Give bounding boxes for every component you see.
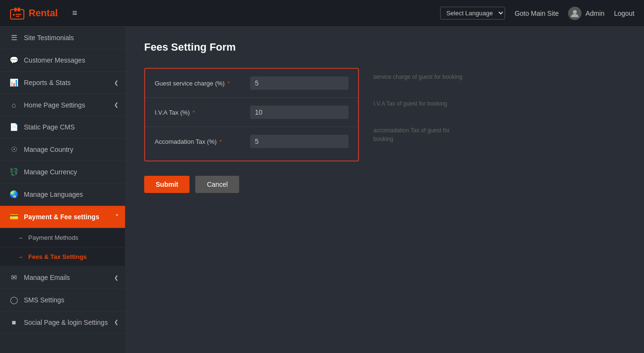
- svg-rect-1: [14, 8, 17, 11]
- page-title: Fees Setting Form: [144, 41, 625, 53]
- sidebar-item-social-page-login[interactable]: ■ Social Page & login Settings ❮: [0, 311, 125, 333]
- sidebar-item-manage-country[interactable]: ☉ Manage Country: [0, 139, 125, 161]
- emails-icon: ✉: [10, 273, 18, 282]
- social-icon: ■: [10, 318, 18, 326]
- hint-iva-tax: I.V.A Tax of guest for booking: [373, 99, 625, 108]
- label-accommodation-tax: Accomadation Tax (%) *: [155, 138, 250, 145]
- required-star-2: *: [192, 109, 195, 116]
- svg-point-6: [573, 10, 577, 14]
- fees-form-box: Guest service charge (%) * I.V.A Tax (%)…: [144, 68, 359, 161]
- submit-button[interactable]: Submit: [144, 176, 190, 193]
- sidebar-label-home-page-settings: Home Page Settings: [24, 101, 85, 109]
- sidebar-sub-label-payment-methods: Payment Methods: [28, 234, 78, 241]
- sidebar-item-manage-emails[interactable]: ✉ Manage Emails ❮: [0, 267, 125, 289]
- country-icon: ☉: [10, 145, 18, 154]
- admin-name: Admin: [585, 10, 604, 17]
- label-iva-tax: I.V.A Tax (%) *: [155, 109, 250, 116]
- languages-icon: 🌏: [10, 190, 18, 199]
- payment-submenu: – Payment Methods – Fees & Tax Settings: [0, 228, 125, 267]
- header: Rental ≡ Select Language English Spanish…: [0, 0, 644, 27]
- sidebar-item-manage-languages[interactable]: 🌏 Manage Languages: [0, 183, 125, 206]
- sidebar-item-sms-settings[interactable]: ◯ SMS Settings: [0, 289, 125, 311]
- sidebar-label-manage-country: Manage Country: [24, 146, 74, 153]
- sidebar-sub-label-fees-tax-settings: Fees & Tax Settings: [28, 253, 87, 260]
- sidebar-label-site-testimonials: Site Testimonials: [24, 34, 74, 42]
- home-arrow-icon: ❮: [114, 102, 118, 108]
- form-row-iva-tax: I.V.A Tax (%) *: [145, 98, 358, 127]
- currency-icon: 💱: [10, 168, 18, 176]
- payment-icon: 💳: [10, 213, 18, 221]
- layout: ☰ Site Testimonials 💬 Customer Messages …: [0, 27, 644, 353]
- logout-button[interactable]: Logout: [614, 10, 634, 17]
- svg-point-3: [13, 14, 15, 16]
- label-guest-service-charge: Guest service charge (%) *: [155, 80, 250, 87]
- payment-arrow-icon: ˅: [116, 214, 118, 220]
- logo-text: Rental: [29, 8, 58, 19]
- social-arrow-icon: ❮: [114, 319, 118, 325]
- sidebar-label-manage-emails: Manage Emails: [24, 274, 70, 281]
- form-row-accommodation-tax: Accomadation Tax (%) *: [145, 127, 358, 156]
- sidebar-label-manage-languages: Manage Languages: [24, 191, 83, 198]
- svg-rect-5: [16, 16, 20, 17]
- sidebar-sub-item-payment-methods[interactable]: – Payment Methods: [0, 228, 125, 247]
- hamburger-button[interactable]: ≡: [72, 8, 77, 18]
- sidebar-sub-item-fees-tax-settings[interactable]: – Fees & Tax Settings: [0, 247, 125, 267]
- emails-arrow-icon: ❮: [114, 275, 118, 281]
- sidebar-item-reports-stats[interactable]: 📊 Reports & Stats ❮: [0, 72, 125, 94]
- required-star-3: *: [219, 138, 222, 145]
- sidebar-label-customer-messages: Customer Messages: [24, 56, 85, 64]
- hint-accommodation-tax: accomadation Tax of guest forbooking: [373, 126, 625, 143]
- required-star-1: *: [227, 80, 230, 87]
- home-icon: ⌂: [10, 101, 18, 109]
- header-right: Select Language English Spanish French G…: [440, 7, 634, 20]
- admin-avatar: [568, 7, 581, 20]
- goto-main-link[interactable]: Goto Main Site: [515, 10, 559, 17]
- sidebar-item-customer-messages[interactable]: 💬 Customer Messages: [0, 49, 125, 72]
- sidebar-item-manage-currency[interactable]: 💱 Manage Currency: [0, 161, 125, 183]
- sidebar: ☰ Site Testimonials 💬 Customer Messages …: [0, 27, 125, 353]
- reports-arrow-icon: ❮: [114, 80, 118, 86]
- sidebar-item-payment-fee-settings[interactable]: 💳 Payment & Fee settings ˅: [0, 206, 125, 228]
- sidebar-label-static-page-cms: Static Page CMS: [24, 123, 75, 131]
- header-left: Rental ≡: [10, 7, 77, 20]
- logo-icon: [10, 7, 25, 20]
- sidebar-label-manage-currency: Manage Currency: [24, 168, 77, 176]
- sidebar-label-reports-stats: Reports & Stats: [24, 79, 71, 86]
- input-accommodation-tax[interactable]: [250, 135, 348, 148]
- sms-icon: ◯: [10, 296, 18, 304]
- user-icon: [570, 9, 579, 18]
- sidebar-item-site-testimonials[interactable]: ☰ Site Testimonials: [0, 27, 125, 49]
- static-page-icon: 📄: [10, 123, 18, 131]
- cancel-button[interactable]: Cancel: [195, 176, 239, 193]
- dash-icon-fees-tax: –: [19, 253, 22, 260]
- button-area: Submit Cancel: [144, 176, 625, 193]
- sidebar-label-payment-fee-settings: Payment & Fee settings: [24, 213, 99, 221]
- dash-icon-payment-methods: –: [19, 234, 22, 241]
- input-guest-service-charge[interactable]: [250, 76, 348, 90]
- sidebar-item-static-page-cms[interactable]: 📄 Static Page CMS: [0, 116, 125, 139]
- sidebar-item-home-page-settings[interactable]: ⌂ Home Page Settings ❮: [0, 94, 125, 116]
- sidebar-label-social-page-login: Social Page & login Settings: [24, 319, 108, 326]
- hint-guest-service-charge: service charge of guest for booking: [373, 73, 625, 81]
- svg-rect-4: [16, 14, 21, 15]
- form-row-guest-service-charge: Guest service charge (%) *: [145, 69, 358, 98]
- admin-area: Admin: [568, 7, 604, 20]
- reports-icon: 📊: [10, 78, 18, 87]
- svg-rect-2: [18, 8, 20, 11]
- language-select[interactable]: Select Language English Spanish French: [440, 7, 505, 20]
- messages-icon: 💬: [10, 56, 18, 64]
- main-content: Fees Setting Form Guest service charge (…: [125, 27, 644, 353]
- form-container: Guest service charge (%) * I.V.A Tax (%)…: [144, 68, 625, 161]
- logo[interactable]: Rental: [10, 7, 58, 20]
- testimonials-icon: ☰: [10, 33, 18, 42]
- sidebar-label-sms-settings: SMS Settings: [24, 296, 64, 304]
- hints-column: service charge of guest for booking I.V.…: [373, 68, 625, 161]
- input-iva-tax[interactable]: [250, 106, 348, 119]
